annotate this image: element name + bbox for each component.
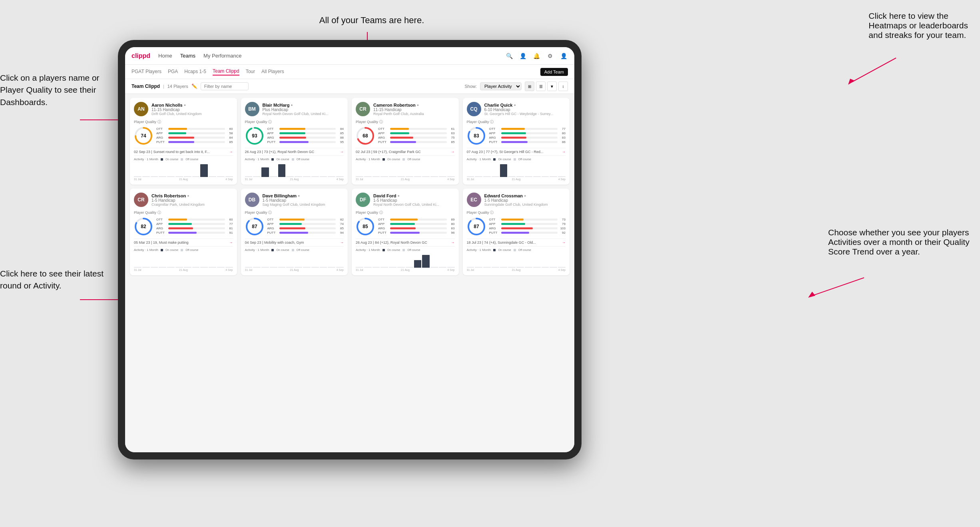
latest-round[interactable]: 07 Aug 23 | 77 (+7), St George's Hill GC… [467,148,566,156]
nav-home[interactable]: Home [158,53,172,59]
activity-section: Activity · 1 Month On course Off course … [134,248,233,271]
player-name[interactable]: Blair McHarg ● [263,103,344,107]
nav-performance[interactable]: My Performance [203,53,241,59]
player-name[interactable]: Charlie Quick ● [484,103,566,107]
cards-container: AN Aaron Nicholls ● 11-15 Handicap Drift… [125,94,574,452]
on-course-dot [271,158,274,161]
off-course-dot [514,249,516,251]
quality-circle[interactable]: 85 [356,217,375,236]
grid-view-icon[interactable]: ⊞ [525,82,534,91]
latest-round[interactable]: 02 Jul 23 | 59 (+17), Craigmillar Park G… [356,148,455,156]
sub-nav-tour[interactable]: Tour [246,69,255,75]
search-icon[interactable]: 🔍 [505,52,514,60]
svg-text:87: 87 [252,224,257,229]
sub-nav-all-players[interactable]: All Players [261,69,284,75]
player-card[interactable]: CR Cameron Robertson ● 11-15 Handicap Ro… [352,98,459,185]
stat-ott: OTT 60 [156,218,233,221]
activity-header: Activity · 1 Month On course Off course [245,157,344,161]
player-card[interactable]: DF David Ford ● 1-5 Handicap Royal North… [352,189,459,275]
off-course-label: Off course [407,158,420,161]
latest-round[interactable]: 05 Mar 23 | 19, Must make putting → [134,239,233,247]
svg-marker-3 [848,79,855,85]
edit-icon[interactable]: ✏️ [191,84,197,89]
stat-ott: OTT 84 [267,127,344,131]
show-label: Show: [464,84,477,89]
quality-label: Player Quality ⓘ [467,210,566,215]
settings-icon[interactable]: ⚙ [546,52,554,60]
team-bar: Team Clippd | 14 Players ✏️ Show: Player… [125,79,574,94]
on-course-dot [493,249,496,251]
stat-app: APP 58 [156,131,233,135]
stat-arg: ARG 85 [267,227,344,230]
player-name[interactable]: Aaron Nicholls ● [151,103,233,107]
quality-circle[interactable]: 74 [134,126,153,145]
player-name[interactable]: Edward Crossman ● [484,193,566,198]
activity-section: Activity · 1 Month On course Off course … [356,248,455,271]
chart-labels: 31 Jul21 Aug4 Sep [245,178,344,181]
latest-round[interactable]: 02 Sep 23 | Sunset round to get back int… [134,148,233,156]
off-course-dot [514,158,516,161]
stat-putt: PUTT 94 [267,231,344,235]
filter-icon[interactable]: ▼ [547,82,557,91]
sort-icon[interactable]: ↕ [558,82,568,91]
latest-round[interactable]: 04 Sep 23 | Mobility with coach, Gym → [245,239,344,247]
sub-nav-pga[interactable]: PGA [168,69,178,75]
activity-header: Activity · 1 Month On course Off course [356,157,455,161]
svg-text:74: 74 [141,133,146,139]
activity-chart [134,253,233,268]
player-card[interactable]: BM Blair McHarg ● Plus Handicap Royal No… [241,98,348,185]
sub-nav-hcaps[interactable]: Hcaps 1-5 [184,69,206,75]
svg-text:85: 85 [363,224,368,229]
quality-section: Player Quality ⓘ 87 OTT 82 [245,210,344,236]
sub-nav-pgat[interactable]: PGAT Players [131,69,161,75]
off-course-dot [292,158,294,161]
off-course-dot [292,249,294,251]
player-name[interactable]: Dave Billingham ● [263,193,344,198]
quality-label: Player Quality ⓘ [245,210,344,215]
player-name[interactable]: Chris Robertson ● [151,193,233,198]
svg-text:93: 93 [252,133,257,139]
sub-nav-team-clippd[interactable]: Team Clippd [213,68,239,76]
quality-circle[interactable]: 82 [134,217,153,236]
chart-labels: 31 Jul21 Aug4 Sep [356,178,455,181]
latest-round[interactable]: 26 Aug 23 | 73 (+1), Royal North Devon G… [245,148,344,156]
annotation-bottom-right: Choose whether you see your players Acti… [828,228,972,257]
latest-round[interactable]: 26 Aug 23 | 84 (+12), Royal North Devon … [356,239,455,247]
quality-section: Player Quality ⓘ 82 OTT 60 [134,210,233,236]
card-header: AN Aaron Nicholls ● 11-15 Handicap Drift… [134,102,233,116]
stat-ott: OTT 61 [378,127,455,131]
nav-teams[interactable]: Teams [180,53,195,59]
quality-circle[interactable]: 83 [467,126,486,145]
nav-right-icons: 🔍 👤 🔔 ⚙ 👤 [505,52,568,60]
player-handicap: 11-15 Handicap [373,107,455,112]
player-card[interactable]: CQ Charlie Quick ● 6-10 Handicap St. Geo… [463,98,570,185]
player-card[interactable]: CR Chris Robertson ● 1-5 Handicap Craigm… [130,189,237,275]
quality-circle[interactable]: 93 [245,126,264,145]
off-course-dot [402,158,405,161]
player-card[interactable]: AN Aaron Nicholls ● 11-15 Handicap Drift… [130,98,237,185]
quality-stats: OTT 84 APP 85 ARG 88 [267,127,344,145]
latest-round[interactable]: 18 Jul 23 | 74 (+4), Sunningdale GC - Ol… [467,239,566,247]
off-course-label: Off course [407,249,420,251]
player-name[interactable]: Cameron Robertson ● [373,103,455,107]
stat-arg: ARG 103 [489,227,566,230]
quality-section: Player Quality ⓘ 83 OTT 77 [467,119,566,145]
player-name[interactable]: David Ford ● [373,193,455,198]
profile-icon[interactable]: 👤 [518,52,527,60]
list-view-icon[interactable]: ☰ [536,82,546,91]
player-avatar: CQ [467,102,481,116]
player-card[interactable]: EC Edward Crossman ● 1-5 Handicap Sunnin… [463,189,570,275]
show-dropdown[interactable]: Player Activity [480,82,522,90]
quality-circle[interactable]: 68 [356,126,375,145]
chart-labels: 31 Jul21 Aug4 Sep [245,268,344,271]
quality-circle[interactable]: 87 [245,217,264,236]
add-team-button[interactable]: Add Team [540,68,568,76]
player-card[interactable]: DB Dave Billingham ● 1-5 Handicap Sag Ma… [241,189,348,275]
avatar-icon[interactable]: 👤 [559,52,568,60]
filter-input[interactable] [201,82,249,90]
player-info: Blair McHarg ● Plus Handicap Royal North… [263,103,344,116]
off-course-label: Off course [297,249,309,251]
quality-circle[interactable]: 87 [467,217,486,236]
activity-title: Activity · 1 Month [467,157,491,161]
notifications-icon[interactable]: 🔔 [532,52,541,60]
